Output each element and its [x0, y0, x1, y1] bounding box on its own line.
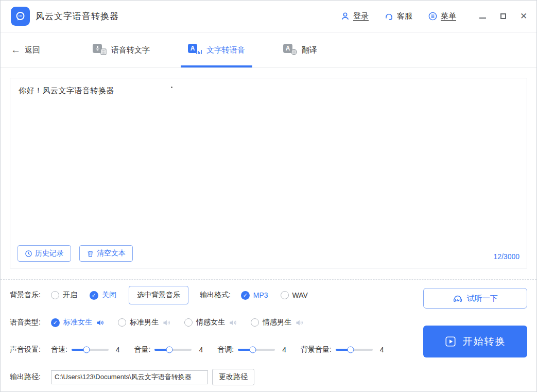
radio-checked-icon: ✓	[241, 291, 250, 300]
output-path-label: 输出路径:	[10, 372, 41, 382]
settings-panel: 背景音乐: 开启 ✓ 关闭 选中背景音乐 输出格式: ✓ MP3 WAV 语音类…	[1, 280, 536, 385]
speed-label: 音速:	[51, 345, 67, 354]
output-path-input[interactable]	[51, 370, 208, 384]
tab-label: 语音转文字	[111, 45, 150, 55]
speed-slider[interactable]	[72, 349, 109, 351]
customer-service-label: 客服	[397, 11, 412, 21]
bgm-format-row: 背景音乐: 开启 ✓ 关闭 选中背景音乐 输出格式: ✓ MP3 WAV	[10, 287, 423, 303]
tab-translate[interactable]: A 翻译	[280, 32, 320, 67]
speed-value: 4	[116, 346, 120, 354]
speaker-icon[interactable]	[295, 318, 304, 327]
play-icon	[445, 336, 456, 347]
bgm-off-radio[interactable]: ✓ 关闭	[90, 291, 116, 300]
volume-slider-group: 音量: 4	[134, 345, 203, 354]
sound-settings-row: 声音设置: 音速: 4 音量: 4 音调: 4 背景音量: 4	[10, 342, 423, 357]
voice-standard-male-radio[interactable]: 标准男生	[118, 318, 171, 327]
format-wav-radio[interactable]: WAV	[281, 291, 308, 299]
bgm-on-radio[interactable]: 开启	[51, 291, 77, 300]
voice-type-label: 语音类型:	[10, 318, 41, 327]
voice-emotion-female-radio[interactable]: 情感女生	[184, 318, 237, 327]
radio-unchecked-icon	[251, 318, 259, 327]
char-count: 12/3000	[493, 252, 519, 261]
voice-label: 标准女生	[63, 318, 92, 327]
translate-icon: A	[283, 44, 297, 57]
text-to-speech-icon: A	[188, 44, 202, 57]
radio-checked-icon: ✓	[90, 291, 98, 300]
sound-settings-label: 声音设置:	[10, 345, 41, 354]
tab-label: 翻译	[302, 45, 317, 55]
start-convert-button[interactable]: 开始转换	[423, 326, 527, 357]
trash-icon	[86, 250, 94, 258]
voice-label: 标准男生	[130, 318, 159, 327]
text-editor-panel[interactable]: 你好！风云文字语音转换器 历史记录 清空文本 12/3000	[10, 78, 527, 268]
speaker-icon[interactable]	[162, 318, 171, 327]
volume-slider[interactable]	[154, 349, 192, 351]
tab-speech-to-text[interactable]: 语音转文字	[90, 32, 153, 67]
menu-icon	[428, 11, 438, 21]
speed-slider-group: 音速: 4	[51, 345, 120, 354]
tab-label: 文字转语音	[206, 45, 245, 55]
headphone-icon	[453, 293, 463, 303]
pitch-slider-group: 音调: 4	[217, 345, 286, 354]
bgm-off-label: 关闭	[102, 291, 116, 300]
titlebar: 风云文字语音转换器 登录 客服 菜单 ✕	[1, 1, 536, 32]
clear-text-label: 清空文本	[97, 249, 126, 258]
back-label: 返回	[25, 45, 40, 55]
convert-label: 开始转换	[463, 335, 506, 348]
minimize-button[interactable]	[479, 13, 486, 20]
format-mp3-radio[interactable]: ✓ MP3	[241, 291, 268, 300]
pitch-slider[interactable]	[238, 349, 275, 351]
slider-thumb[interactable]	[166, 347, 173, 353]
bgm-label: 背景音乐:	[10, 291, 41, 300]
close-button[interactable]: ✕	[520, 13, 527, 20]
voice-standard-female-radio[interactable]: ✓ 标准女生	[51, 318, 105, 327]
customer-service-button[interactable]: 客服	[384, 11, 412, 21]
bgm-volume-label: 背景音量:	[301, 345, 332, 354]
change-path-button[interactable]: 更改路径	[212, 369, 254, 385]
back-button[interactable]: ← 返回	[11, 44, 40, 56]
tabbar: ← 返回 语音转文字	[1, 32, 536, 68]
login-label: 登录	[353, 11, 369, 21]
speaker-icon[interactable]	[229, 318, 237, 327]
format-label: 输出格式:	[200, 291, 231, 300]
radio-checked-icon: ✓	[51, 318, 60, 327]
user-icon	[340, 11, 350, 21]
back-arrow-icon: ←	[11, 44, 21, 56]
window-controls: ✕	[479, 13, 527, 20]
volume-value: 4	[199, 346, 203, 354]
app-title: 风云文字语音转换器	[36, 10, 119, 22]
editor-text[interactable]: 你好！风云文字语音转换器	[10, 78, 527, 104]
output-path-row: 输出路径: 更改路径	[10, 369, 423, 385]
format-wav-label: WAV	[292, 291, 308, 299]
login-button[interactable]: 登录	[340, 11, 369, 21]
voice-emotion-male-radio[interactable]: 情感男生	[251, 318, 304, 327]
radio-unchecked-icon	[184, 318, 193, 327]
slider-thumb[interactable]	[347, 347, 354, 353]
volume-label: 音量:	[134, 345, 151, 354]
pitch-label: 音调:	[217, 345, 234, 354]
menu-button[interactable]: 菜单	[428, 11, 456, 21]
text-cursor-dot	[171, 87, 172, 88]
headset-icon	[384, 11, 394, 21]
voice-label: 情感女生	[196, 318, 225, 327]
tab-text-to-speech[interactable]: A 文字转语音	[185, 32, 248, 67]
bgm-on-label: 开启	[63, 291, 77, 300]
menu-label: 菜单	[441, 11, 456, 21]
bgm-volume-slider[interactable]	[336, 349, 373, 351]
bgm-volume-value: 4	[380, 346, 384, 354]
preview-button[interactable]: 试听一下	[423, 288, 527, 309]
maximize-button[interactable]	[499, 13, 507, 20]
slider-thumb[interactable]	[249, 347, 256, 353]
speech-to-text-icon	[93, 44, 107, 57]
bgm-volume-slider-group: 背景音量: 4	[301, 345, 384, 354]
clock-icon	[25, 250, 32, 258]
history-label: 历史记录	[35, 249, 64, 258]
slider-thumb[interactable]	[83, 347, 90, 353]
voice-type-row: 语音类型: ✓ 标准女生 标准男生 情感女生	[10, 315, 423, 330]
speaker-icon[interactable]	[96, 318, 105, 327]
history-button[interactable]: 历史记录	[18, 245, 71, 262]
select-bgm-button[interactable]: 选中背景音乐	[129, 286, 188, 304]
clear-text-button[interactable]: 清空文本	[79, 245, 133, 262]
pitch-value: 4	[282, 346, 286, 354]
voice-label: 情感男生	[263, 318, 291, 327]
